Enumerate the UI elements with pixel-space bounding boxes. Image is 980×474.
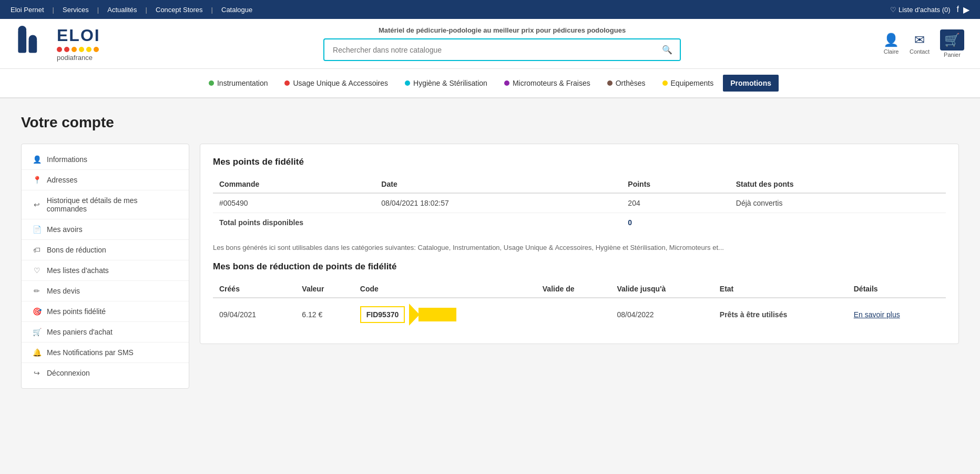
doc-icon: 📄 — [32, 225, 42, 234]
logout-icon: ↪ — [32, 369, 42, 377]
logo-dots — [57, 47, 100, 52]
nav-ortheses[interactable]: Orthèses — [600, 75, 653, 92]
loyalty-card: Mes points de fidélité Commande Date Poi… — [200, 144, 959, 344]
cart-icon-area[interactable]: 🛒 Panier — [940, 29, 964, 58]
nav-dot-micro — [504, 80, 509, 86]
user-sidebar-icon: 👤 — [32, 155, 42, 164]
sidebar-item-informations[interactable]: 👤 Informations — [22, 149, 189, 170]
page-title: Votre compte — [21, 114, 959, 131]
cart-label: Panier — [944, 52, 961, 58]
account-layout: 👤 Informations 📍 Adresses ↩ Historique e… — [21, 144, 959, 389]
nav-dot-ortheses — [607, 80, 612, 86]
sidebar-item-adresses[interactable]: 📍 Adresses — [22, 170, 189, 190]
search-button[interactable]: 🔍 — [655, 39, 680, 60]
youtube-icon[interactable]: ▶ — [963, 5, 969, 15]
dot-orange2 — [94, 47, 99, 52]
main-content: Votre compte 👤 Informations 📍 Adresses ↩… — [0, 98, 980, 414]
nav-dot-equip — [662, 80, 668, 86]
yellow-arrow — [409, 304, 456, 326]
cart-icon: 🛒 — [940, 29, 964, 51]
heart-sidebar-icon: ♡ — [32, 266, 42, 275]
loyalty-table-header: Commande Date Points Statut des ponts — [213, 176, 946, 193]
brand-link[interactable]: Eloi Pernet — [11, 6, 44, 14]
dot-red2 — [64, 47, 69, 52]
nav-dot-instrumentation — [209, 80, 214, 86]
sidebar-item-points[interactable]: 🎯 Mes points fidélité — [22, 301, 189, 322]
sidebar-item-devis[interactable]: ✏ Mes devis — [22, 281, 189, 301]
th-valide-jusqu: Valide jusqu'à — [610, 280, 713, 298]
nav-instrumentation[interactable]: Instrumentation — [201, 75, 275, 92]
sidebar-item-deconnexion[interactable]: ↪ Déconnexion — [22, 363, 189, 383]
sidebar-item-bons[interactable]: 🏷 Bons de réduction — [22, 240, 189, 260]
cell-valide-jusqu: 08/04/2022 — [610, 298, 713, 331]
loyalty-title: Mes points de fidélité — [213, 157, 946, 167]
logo-eloi: ELOI — [57, 26, 100, 45]
th-crees: Créés — [213, 280, 295, 298]
facebook-icon[interactable]: f — [957, 5, 959, 15]
search-box: 🔍 — [323, 38, 681, 61]
sidebar-item-avoirs[interactable]: 📄 Mes avoirs — [22, 219, 189, 240]
cell-etat: Prêts à être utilisés — [713, 298, 848, 331]
th-valeur: Valeur — [295, 280, 353, 298]
logo-text: ELOI podiafrance — [57, 26, 100, 62]
th-code: Code — [354, 280, 536, 298]
cell-details: En savoir plus — [848, 298, 946, 331]
nav-promotions[interactable]: Promotions — [723, 75, 779, 92]
search-input[interactable] — [324, 41, 655, 59]
envelope-icon: ✉ — [914, 33, 925, 47]
svg-marker-4 — [409, 304, 420, 326]
th-commande: Commande — [213, 176, 375, 193]
nav-hygiene[interactable]: Hygiène & Stérilisation — [397, 75, 495, 92]
nav-micromoteurs[interactable]: Micromoteurs & Fraises — [497, 75, 598, 92]
sidebar-item-historique[interactable]: ↩ Historique et détails de mes commandes — [22, 190, 189, 219]
topbar-right: ♡ Liste d'achats (0) f ▶ — [890, 5, 969, 15]
code-value: FID95370 — [360, 306, 405, 323]
cell-date: 08/04/2021 18:02:57 — [375, 193, 621, 213]
nav-concept-stores[interactable]: Concept Stores — [156, 6, 203, 14]
sidebar-item-notifications[interactable]: 🔔 Mes Notifications par SMS — [22, 342, 189, 363]
nav-usage-unique[interactable]: Usage Unique & Accessoires — [277, 75, 395, 92]
contact-icon-area[interactable]: ✉ Contact — [910, 33, 930, 55]
nav-equipements[interactable]: Equipements — [655, 75, 721, 92]
logo-area[interactable]: ELOI podiafrance — [16, 25, 121, 62]
th-points: Points — [621, 176, 729, 193]
nav-actualites[interactable]: Actualités — [107, 6, 137, 14]
user-label: Claire — [884, 48, 899, 55]
info-text: Les bons générés ici sont utilisables da… — [213, 243, 946, 253]
nav-catalogue[interactable]: Catalogue — [221, 6, 252, 14]
search-icon: 🔍 — [662, 45, 672, 54]
header: ELOI podiafrance Matériel de pédicurie-p… — [0, 19, 980, 69]
dot-red — [57, 47, 62, 52]
loyalty-table: Commande Date Points Statut des ponts #0… — [213, 176, 946, 232]
code-wrapper: FID95370 — [360, 304, 530, 326]
header-center: Matériel de pédicurie-podologie au meill… — [131, 26, 873, 61]
social-icons: f ▶ — [957, 5, 969, 15]
nav-dot-hygiene — [405, 80, 410, 86]
th-statut: Statut des ponts — [730, 176, 946, 193]
wishlist-link[interactable]: ♡ Liste d'achats (0) — [890, 6, 950, 14]
svg-point-3 — [29, 35, 37, 43]
main-nav: Instrumentation Usage Unique & Accessoir… — [0, 69, 980, 98]
target-icon: 🎯 — [32, 307, 42, 316]
cell-commande: #005490 — [213, 193, 375, 213]
history-icon: ↩ — [32, 200, 42, 209]
cell-crees: 09/04/2021 — [213, 298, 295, 331]
header-right: 👤 Claire ✉ Contact 🛒 Panier — [883, 29, 964, 58]
sidebar-item-listes[interactable]: ♡ Mes listes d'achats — [22, 260, 189, 281]
th-date: Date — [375, 176, 621, 193]
user-icon: 👤 — [883, 33, 899, 47]
en-savoir-plus-link[interactable]: En savoir plus — [854, 310, 900, 319]
cell-points: 204 — [621, 193, 729, 213]
bell-icon: 🔔 — [32, 348, 42, 357]
cell-code: FID95370 — [354, 298, 536, 331]
dot-orange — [72, 47, 77, 52]
topbar: Eloi Pernet | Services | Actualités | Co… — [0, 0, 980, 19]
nav-dot-usage — [284, 80, 290, 86]
nav-services[interactable]: Services — [63, 6, 89, 14]
logo-svg — [16, 25, 53, 62]
user-icon-area[interactable]: 👤 Claire — [883, 33, 899, 55]
sidebar-item-paniers[interactable]: 🛒 Mes paniers d'achat — [22, 322, 189, 342]
reduction-table: Créés Valeur Code Valide de Valide jusqu… — [213, 280, 946, 331]
th-etat: Etat — [713, 280, 848, 298]
total-value: 0 — [621, 213, 729, 233]
